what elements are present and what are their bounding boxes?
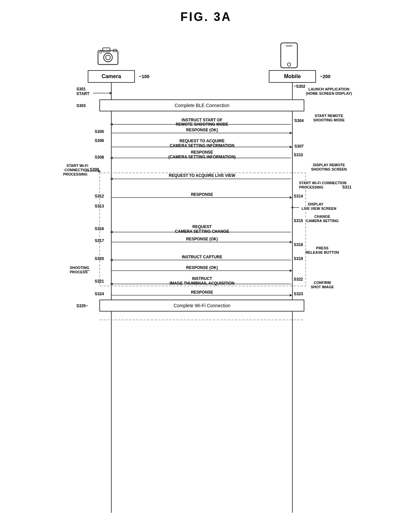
- svg-rect-1: [103, 48, 110, 52]
- s322-text-1: CONFIRM: [314, 281, 331, 285]
- svg-marker-27: [290, 294, 292, 297]
- s318-text-2: RELEASE BUTTON: [306, 250, 339, 254]
- page-title: FIG. 3A: [180, 10, 232, 24]
- s314-label: S314: [294, 194, 303, 199]
- req-camera-info-text-2: CAMERA SETTING INFORMATION: [170, 143, 235, 148]
- req-live-view-text: REQUEST TO ACQUIRE LIVE VIEW: [169, 173, 236, 178]
- s307-label: S307: [294, 144, 304, 149]
- svg-rect-0: [98, 51, 118, 65]
- s315-label: S315: [294, 218, 303, 223]
- req-cam-change-text-1: REQUEST: [192, 224, 212, 229]
- req-cam-change-text-2: CAMERA SETTING CHANGE: [175, 229, 229, 234]
- s305-label: S305: [95, 129, 104, 134]
- instruct-thumb-text-2: IMAGE THUMBNAIL ACQUISITION: [169, 281, 234, 286]
- svg-marker-25: [290, 269, 292, 272]
- instruct-capture-text: INSTRUCT CAPTURE: [182, 255, 222, 259]
- instruct-remote-text-2: REMOTE SHOOTING MODE: [176, 122, 228, 127]
- s308-label: S308: [95, 155, 104, 160]
- s310-label-a: S310: [294, 153, 303, 157]
- s310-display-text-1: DISPLAY REMOTE: [313, 163, 345, 167]
- s319-label: S319: [294, 256, 303, 261]
- s306-label: S306: [95, 138, 104, 143]
- response-ok3-text: RESPONSE (OK): [186, 265, 218, 270]
- s315-text-2: CAMERA SETTING: [306, 219, 339, 223]
- response-ok1-text: RESPONSE (OK): [186, 128, 218, 132]
- svg-rect-6: [281, 43, 297, 68]
- s322-text-2: SHOT IMAGE: [311, 285, 334, 289]
- s302-text-1: LAUNCH APPLICATION: [309, 87, 350, 91]
- mobile-ref: ~200: [320, 74, 331, 79]
- shooting-process-text-1: SHOOTING: [70, 266, 89, 270]
- svg-marker-30: [98, 170, 101, 173]
- response2-text: RESPONSE: [191, 192, 213, 197]
- s311-label: S311: [342, 185, 352, 190]
- s322-label: S322: [294, 277, 303, 282]
- display-live-text-1: DISPLAY: [308, 202, 324, 206]
- phone-icon: [281, 43, 297, 68]
- svg-point-5: [100, 51, 102, 53]
- svg-marker-22: [290, 241, 292, 243]
- s325-label: S325~: [76, 304, 88, 308]
- camera-entity-label: Camera: [102, 73, 121, 79]
- s313-label: S313: [95, 204, 104, 208]
- response-cam-info-text-2: (CAMERA SETTING INFORMATION): [168, 155, 236, 159]
- svg-marker-13: [290, 132, 292, 134]
- s312-label: S312: [95, 194, 104, 199]
- s318-label: S318: [294, 242, 303, 247]
- s324-label: S324: [95, 292, 104, 296]
- camera-ref: ~100: [139, 74, 150, 79]
- wifi-text: Complete Wi-Fi Connection: [173, 303, 230, 308]
- s309-text-3: PROCESSING: [63, 172, 87, 176]
- s316-label: S316: [95, 226, 104, 231]
- response-ok2-text: RESPONSE (OK): [186, 237, 218, 241]
- s309-text-1: START Wi-Fi: [66, 164, 88, 168]
- s304-text-2: SHOOTING MODE: [313, 118, 345, 122]
- svg-point-7: [287, 63, 291, 66]
- s311-text-1: START Wi-Fi CONNECTION: [299, 181, 347, 185]
- s301-label: S301: [76, 87, 86, 91]
- response-cam-info-text-1: RESPONSE: [191, 150, 213, 155]
- response3-text: RESPONSE: [191, 290, 213, 295]
- s317-label: S317: [95, 238, 104, 243]
- instruct-thumb-text-1: INSTRUCT: [192, 276, 212, 281]
- s311-text-2: PROCESSING: [299, 185, 323, 189]
- camera-icon: [98, 48, 118, 65]
- s310-display-text-2: SHOOTING SCREEN: [311, 167, 347, 171]
- svg-marker-14: [290, 146, 292, 148]
- svg-marker-18: [290, 196, 292, 199]
- svg-point-2: [104, 53, 112, 62]
- s323-label: S323: [294, 292, 303, 296]
- s304-label: S304: [294, 118, 304, 123]
- s315-text-1: CHANGE: [314, 214, 330, 218]
- display-live-text-2: LIVE VIEW SCREEN: [302, 206, 337, 210]
- req-camera-info-text-1: REQUEST TO ACQUIRE: [179, 139, 225, 143]
- s302-label: ~S302: [294, 84, 305, 89]
- s302-text-2: (HOME SCREEN DISPLAY): [306, 91, 352, 95]
- mobile-entity-label: Mobile: [284, 73, 301, 79]
- s303-label: S303: [76, 103, 86, 108]
- s318-text-1: PRESS: [316, 246, 328, 250]
- ble-text: Complete BLE Connection: [175, 103, 230, 108]
- s320-label: S320: [95, 256, 104, 261]
- s304-text-1: START REMOTE: [315, 114, 343, 118]
- s321-label: S321: [95, 279, 104, 284]
- s301-text: START: [76, 91, 90, 96]
- svg-point-3: [106, 55, 110, 60]
- instruct-remote-text-1: INSTRUCT START OF: [181, 118, 222, 122]
